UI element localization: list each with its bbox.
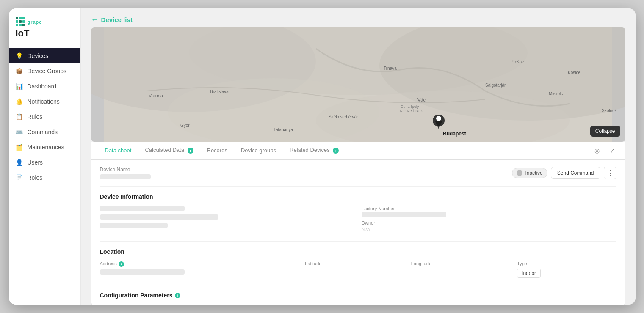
svg-text:Tatabánya: Tatabánya (274, 127, 293, 132)
device-sheet: Device Name Inactive Send Command ⋮ (91, 160, 625, 305)
tab-related-devices-label: Related Devices (290, 147, 330, 153)
field-skeleton-3 (100, 223, 168, 228)
latitude-field: Latitude (305, 261, 404, 278)
sidebar-label-users: Users (28, 159, 43, 166)
tab-calculated-data-label: Calculated Data (145, 147, 184, 153)
sidebar-item-device-groups[interactable]: 📦 Device Groups (9, 63, 80, 79)
more-button[interactable]: ⋮ (604, 167, 616, 179)
svg-text:Győr: Győr (180, 123, 190, 128)
sidebar-label-device-groups: Device Groups (28, 68, 67, 74)
notifications-icon: 🔔 (16, 98, 23, 105)
device-info-grid: Factory Number Owner N/a (100, 206, 616, 233)
maintenances-icon: 🗂️ (16, 144, 23, 151)
users-icon: 👤 (16, 159, 23, 166)
sidebar-item-notifications[interactable]: 🔔 Notifications (9, 94, 80, 109)
owner-label: Owner (362, 220, 616, 225)
location-grid: Address i Latitude Longitude Type (100, 261, 616, 278)
sidebar-label-dashboard: Dashboard (28, 83, 57, 90)
logo-grape: grape (28, 19, 42, 25)
owner-field: Owner N/a (362, 220, 616, 233)
device-actions: Inactive Send Command ⋮ (512, 167, 616, 179)
related-devices-info-icon: i (333, 148, 339, 154)
back-label: Device list (101, 16, 133, 23)
device-info-title: Device Information (100, 193, 616, 200)
device-name-label: Device Name (100, 167, 151, 173)
svg-text:Miskolc: Miskolc (549, 91, 563, 96)
main-content: ← Device list (81, 8, 636, 305)
sidebar-label-rules: Rules (28, 113, 43, 120)
device-name-skeleton (100, 174, 151, 179)
tab-device-groups-label: Device groups (241, 147, 276, 154)
config-title: Configuration Parameters (100, 292, 173, 299)
sidebar-item-dashboard[interactable]: 📊 Dashboard (9, 79, 80, 94)
tab-records-label: Records (207, 147, 227, 154)
target-icon-button[interactable]: ◎ (591, 145, 603, 156)
factory-number-label: Factory Number (362, 206, 616, 211)
tab-device-groups[interactable]: Device groups (234, 142, 283, 159)
tabs-right: ◎ ⤢ (591, 145, 618, 156)
expand-icon-button[interactable]: ⤢ (606, 145, 618, 156)
field-skeleton-2 (100, 214, 218, 220)
left-fields (100, 206, 355, 233)
sidebar-item-devices[interactable]: 💡 Devices (9, 48, 80, 63)
sidebar-label-notifications: Notifications (28, 98, 60, 105)
sidebar-nav: 💡 Devices 📦 Device Groups 📊 Dashboard 🔔 … (9, 48, 80, 185)
svg-text:Bratislava: Bratislava (210, 89, 229, 94)
commands-icon: ⌨️ (16, 129, 23, 135)
collapse-button[interactable]: Collapse (590, 126, 620, 137)
sidebar-item-roles[interactable]: 📄 Roles (9, 170, 80, 185)
tabs-left: Data sheet Calculated Data i Records Dev… (98, 142, 346, 159)
type-value: Indoor (517, 269, 541, 278)
svg-text:Prešov: Prešov (511, 60, 524, 64)
address-info-icon: i (119, 261, 124, 267)
svg-text:Vác: Vác (417, 97, 426, 102)
right-fields: Factory Number Owner N/a (362, 206, 616, 233)
send-command-button[interactable]: Send Command (551, 167, 600, 179)
sidebar-item-rules[interactable]: 📋 Rules (9, 109, 80, 124)
inactive-toggle[interactable]: Inactive (512, 168, 547, 178)
roles-icon: 📄 (16, 174, 23, 181)
tab-records[interactable]: Records (200, 142, 234, 159)
config-info-icon: i (175, 293, 180, 298)
calculated-data-info-icon: i (188, 148, 193, 154)
sidebar-label-commands: Commands (28, 129, 58, 135)
sidebar-item-maintenances[interactable]: 🗂️ Maintenances (9, 140, 80, 155)
svg-text:Košice: Košice (568, 70, 580, 75)
sidebar-item-users[interactable]: 👤 Users (9, 155, 80, 170)
back-link[interactable]: ← Device list (91, 15, 133, 24)
logo-area: grape IoT (9, 17, 80, 48)
longitude-field: Longitude (411, 261, 510, 278)
svg-text:Székesfehérvár: Székesfehérvár (329, 115, 358, 119)
address-label: Address (100, 261, 117, 266)
tab-related-devices[interactable]: Related Devices i (283, 142, 345, 159)
sidebar-label-maintenances: Maintenances (28, 144, 64, 151)
svg-text:Nemzeti Park: Nemzeti Park (400, 109, 423, 113)
content-area: Vienna Bratislava Győr Tatabánya Székesf… (81, 27, 636, 305)
longitude-label: Longitude (411, 261, 510, 266)
location-title: Location (100, 248, 616, 255)
svg-text:Duna-Ipoly: Duna-Ipoly (401, 104, 419, 109)
type-label: Type (517, 261, 616, 266)
rules-icon: 📋 (16, 113, 23, 120)
address-skeleton (100, 269, 185, 275)
tab-calculated-data[interactable]: Calculated Data i (138, 142, 200, 159)
tab-data-sheet-label: Data sheet (105, 147, 132, 154)
devices-icon: 💡 (16, 52, 23, 59)
tabs-row: Data sheet Calculated Data i Records Dev… (91, 142, 625, 160)
device-name-col: Device Name (100, 167, 151, 179)
toggle-circle (517, 170, 522, 176)
svg-text:Trnava: Trnava (384, 66, 397, 71)
sidebar-label-devices: Devices (28, 52, 49, 59)
owner-value: N/a (362, 226, 616, 233)
map-container[interactable]: Vienna Bratislava Győr Tatabánya Székesf… (91, 27, 625, 142)
sidebar-item-commands[interactable]: ⌨️ Commands (9, 124, 80, 140)
svg-text:Salgótarján: Salgótarján (485, 83, 507, 88)
tab-data-sheet[interactable]: Data sheet (98, 142, 138, 159)
map-svg: Vienna Bratislava Győr Tatabánya Székesf… (91, 27, 625, 142)
sidebar: grape IoT 💡 Devices 📦 Device Groups 📊 Da… (9, 8, 81, 305)
sidebar-label-roles: Roles (28, 174, 43, 181)
divider-3 (100, 285, 616, 285)
device-card: Data sheet Calculated Data i Records Dev… (91, 142, 625, 305)
factory-number-field: Factory Number (362, 206, 616, 217)
back-arrow-icon: ← (91, 15, 99, 24)
